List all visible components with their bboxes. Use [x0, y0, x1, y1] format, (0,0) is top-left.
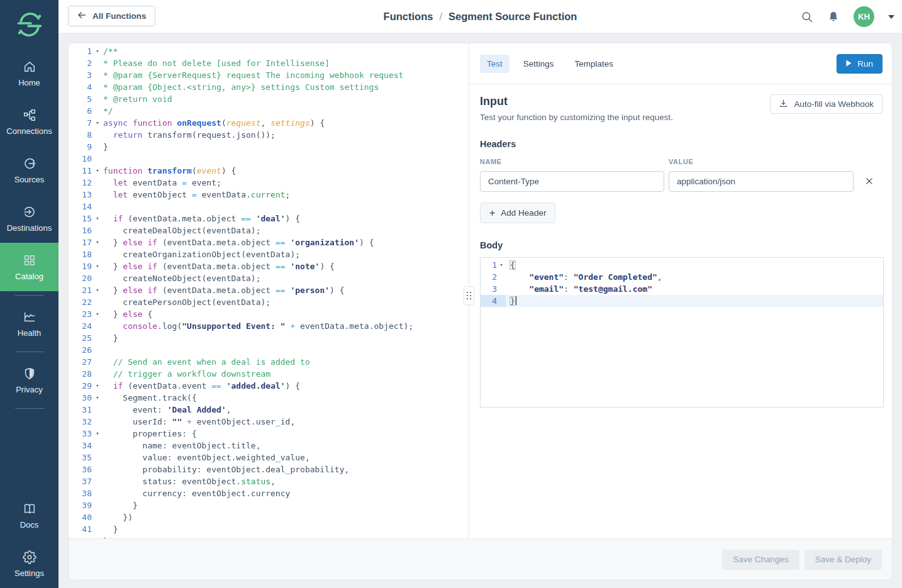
fold-arrow-icon[interactable]: ▾: [92, 45, 103, 57]
fold-arrow-icon[interactable]: ▾: [92, 428, 103, 440]
all-functions-back-button[interactable]: All Functions: [68, 6, 155, 26]
sidebar-item-destinations[interactable]: Destinations: [0, 194, 58, 243]
autofill-via-webhook-button[interactable]: Auto-fill via Webhook: [770, 94, 883, 114]
fold-arrow-icon[interactable]: ▾: [92, 213, 103, 225]
tab-settings[interactable]: Settings: [516, 55, 561, 73]
code-line: 32 userId: "" + eventObject.user_id,: [69, 416, 469, 428]
input-section-subtitle: Test your function by customizing the in…: [480, 113, 883, 122]
arrow-left-icon: [77, 10, 87, 22]
fold-arrow-icon[interactable]: ▾: [497, 259, 506, 271]
code-line: 35 value: eventObject.weighted_value,: [69, 452, 469, 463]
code-editor[interactable]: 1▾/**2* Please do not delete [used for I…: [69, 43, 469, 538]
fold-arrow-icon[interactable]: ▾: [92, 380, 103, 392]
code-line: 14: [69, 201, 469, 213]
connections-icon: [23, 108, 36, 122]
code-line: 13 let eventObject = eventData.current;: [69, 189, 469, 201]
body-json-editor[interactable]: 1▾{2 "event": "Order Completed",3 "email…: [480, 257, 884, 408]
code-line: 1▾/**: [69, 45, 469, 57]
code-line: 15▾ if (eventData.meta.object == 'deal')…: [69, 213, 469, 225]
code-line: 16 createDealObject(eventData);: [69, 225, 469, 236]
fold-arrow-icon[interactable]: ▾: [92, 260, 103, 272]
code-line: 22 createPersonObject(eventData);: [69, 296, 469, 308]
save-changes-button[interactable]: Save Changes: [722, 550, 799, 570]
sidebar-item-catalog[interactable]: Catalog: [0, 243, 58, 291]
text-cursor: [516, 296, 517, 305]
sidebar-item-sources[interactable]: Sources: [0, 146, 58, 194]
test-panel: TestSettingsTemplates Run Input Test you…: [469, 43, 892, 538]
editor-footer: Save Changes Save & Deploy: [69, 538, 892, 580]
fold-arrow-icon[interactable]: ▾: [92, 117, 103, 129]
code-line: 34 name: eventObject.title,: [69, 440, 469, 452]
settings-icon: [23, 550, 36, 564]
breadcrumb-parent[interactable]: Functions: [384, 11, 433, 23]
tab-test[interactable]: Test: [480, 55, 509, 73]
sidebar-item-connections[interactable]: Connections: [0, 97, 58, 146]
sidebar-item-label: Docs: [20, 520, 39, 530]
function-editor-card: 1▾/**2* Please do not delete [used for I…: [68, 43, 893, 580]
code-line: 4* @param {Object.<string, any>} setting…: [69, 81, 469, 93]
notifications-bell-icon[interactable]: [827, 11, 840, 23]
header-name-label: NAME: [480, 158, 669, 165]
sidebar-item-label: Sources: [14, 175, 45, 184]
add-header-button[interactable]: + Add Header: [480, 202, 555, 223]
home-icon: [23, 60, 36, 74]
save-deploy-button[interactable]: Save & Deploy: [805, 550, 882, 570]
code-line: 2* Please do not delete [used for Intell…: [69, 57, 469, 69]
sidebar-item-docs[interactable]: Docs: [0, 491, 58, 540]
fold-arrow-icon[interactable]: ▾: [92, 308, 103, 320]
headers-section-title: Headers: [480, 139, 883, 149]
header-value-input[interactable]: [669, 171, 854, 192]
fold-arrow-icon[interactable]: ▾: [92, 392, 103, 404]
code-line: 38 currency: eventObject.currency: [69, 487, 469, 499]
segment-logo[interactable]: [0, 0, 58, 49]
sources-icon: [23, 157, 36, 170]
code-line: 42}: [69, 535, 469, 538]
remove-header-icon[interactable]: [865, 177, 875, 187]
sidebar-item-health[interactable]: Health: [0, 299, 58, 348]
sidebar-item-privacy[interactable]: Privacy: [0, 356, 58, 404]
user-avatar[interactable]: KH: [854, 6, 874, 27]
code-line: 37 status: eventObject.status,: [69, 475, 469, 487]
code-line: 1▾{: [481, 259, 883, 271]
autofill-button-label: Auto-fill via Webhook: [794, 99, 874, 109]
code-line: 12 let eventData = event;: [69, 177, 469, 189]
run-button-label: Run: [857, 59, 873, 69]
test-panel-tabs: TestSettingsTemplates Run: [469, 43, 892, 84]
code-line: 7▾async function onRequest(request, sett…: [69, 117, 469, 129]
destinations-icon: [23, 205, 36, 219]
fold-arrow-icon[interactable]: ▾: [92, 236, 103, 248]
back-button-label: All Functions: [92, 11, 147, 21]
docs-icon: [23, 502, 36, 516]
account-menu-caret-icon[interactable]: [888, 15, 894, 19]
body-section-title: Body: [480, 240, 883, 250]
sidebar-divider: [15, 352, 44, 352]
add-header-label: Add Header: [501, 208, 546, 218]
sidebar-nav: HomeConnectionsSourcesDestinationsCatalo…: [0, 49, 58, 588]
fold-arrow-icon[interactable]: ▾: [92, 165, 103, 177]
fold-arrow-icon[interactable]: ▾: [92, 284, 103, 296]
code-line: 33▾ properties: {: [69, 428, 469, 440]
sidebar-spacer: [0, 413, 58, 491]
sidebar-item-settings[interactable]: Settings: [0, 540, 58, 588]
top-header: All Functions Functions / Segment Source…: [58, 0, 902, 33]
tab-templates[interactable]: Templates: [568, 55, 621, 73]
code-line: 41 }: [69, 523, 469, 535]
code-line: 28 // trigger a workflow downstream: [69, 368, 469, 380]
code-line: 4}: [481, 295, 883, 307]
sidebar-item-label: Settings: [14, 569, 44, 578]
sidebar-divider: [15, 295, 44, 296]
search-icon[interactable]: [801, 11, 813, 23]
code-line: 17▾ } else if (eventData.meta.object == …: [69, 236, 469, 248]
breadcrumb-separator: /: [439, 11, 442, 23]
code-line: 23▾ } else {: [69, 308, 469, 320]
catalog-icon: [23, 253, 36, 267]
sidebar-item-home[interactable]: Home: [0, 49, 58, 97]
header-name-input[interactable]: [480, 171, 664, 192]
header-value-label: VALUE: [669, 158, 693, 165]
code-line: 9}: [69, 141, 469, 153]
download-icon: [779, 99, 788, 110]
sidebar: HomeConnectionsSourcesDestinationsCatalo…: [0, 0, 58, 588]
code-line: 5* @return void: [69, 93, 469, 105]
health-icon: [23, 310, 36, 324]
run-button[interactable]: Run: [837, 54, 883, 74]
